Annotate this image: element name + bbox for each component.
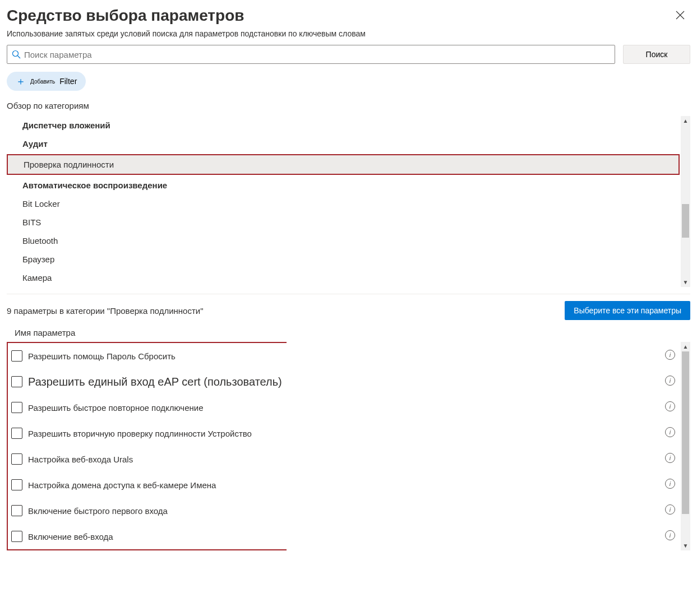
search-field-wrapper[interactable] xyxy=(7,45,615,64)
category-item[interactable]: Диспетчер вложений xyxy=(7,116,680,135)
search-button[interactable]: Поиск xyxy=(623,45,690,64)
divider xyxy=(7,294,690,294)
setting-row[interactable]: Разрешить помощь Пароль Сбросить xyxy=(8,343,287,369)
category-scrollbar[interactable]: ▲ ▼ xyxy=(681,116,690,287)
setting-row[interactable]: Настройка домена доступа к веб-камере Им… xyxy=(8,472,287,498)
browse-by-category-label: Обзор по категориям xyxy=(7,101,690,110)
info-row: i xyxy=(287,342,681,368)
setting-label: Разрешить вторичную проверку подлинности… xyxy=(28,429,283,438)
page-subtitle: Использование запятых среди условий поис… xyxy=(7,29,366,38)
page-title: Средство выбора параметров xyxy=(7,7,366,25)
category-item[interactable]: Bluetooth xyxy=(7,231,680,250)
category-item[interactable]: Аудит xyxy=(7,135,680,153)
setting-label: Включение быстрого первого входа xyxy=(28,506,283,516)
search-icon xyxy=(12,50,21,59)
info-icon[interactable]: i xyxy=(665,427,675,437)
info-icon[interactable]: i xyxy=(665,453,675,463)
scroll-down-icon[interactable]: ▼ xyxy=(681,541,690,550)
setting-row[interactable]: Разрешить единый вход eAP cert (пользова… xyxy=(8,369,287,395)
close-button[interactable] xyxy=(670,7,690,25)
scroll-down-icon[interactable]: ▼ xyxy=(681,277,690,287)
setting-label: Настройка веб-входа Urals xyxy=(28,455,283,464)
info-icon[interactable]: i xyxy=(665,504,675,515)
info-row: i xyxy=(287,419,681,445)
setting-row[interactable]: Разрешить вторичную проверку подлинности… xyxy=(8,420,287,446)
setting-row[interactable]: Разрешить быстрое повторное подключение xyxy=(8,395,287,420)
search-input[interactable] xyxy=(24,50,610,59)
info-icon[interactable]: i xyxy=(665,530,675,540)
setting-checkbox[interactable] xyxy=(11,350,22,362)
info-row: i xyxy=(287,393,681,419)
setting-checkbox[interactable] xyxy=(11,376,22,387)
category-item[interactable]: Браузер xyxy=(7,250,680,268)
info-row: i xyxy=(287,471,681,497)
add-filter-prefix: Добавить xyxy=(30,78,55,85)
add-filter-button[interactable]: ＋ Добавить Filter xyxy=(7,72,86,91)
setting-checkbox[interactable] xyxy=(11,428,22,439)
column-header-setting-name: Имя параметра xyxy=(7,328,690,342)
info-row: i xyxy=(287,445,681,471)
info-icon[interactable]: i xyxy=(665,376,675,386)
setting-row[interactable]: Включение быстрого первого входа xyxy=(8,498,287,524)
setting-checkbox[interactable] xyxy=(11,479,22,490)
scroll-up-icon[interactable]: ▲ xyxy=(681,116,690,126)
scroll-track[interactable] xyxy=(681,351,690,541)
category-list: Диспетчер вложенийАудитПроверка подлинно… xyxy=(7,116,681,287)
setting-label: Настройка домена доступа к веб-камере Им… xyxy=(28,480,283,490)
category-item[interactable]: Камера xyxy=(7,268,680,287)
info-row: i xyxy=(287,522,681,548)
svg-line-1 xyxy=(18,56,21,59)
info-row: i xyxy=(287,368,681,393)
settings-list: Разрешить помощь Пароль СброситьРазрешит… xyxy=(7,342,287,550)
setting-label: Разрешить быстрое повторное подключение xyxy=(28,403,283,413)
scroll-up-icon[interactable]: ▲ xyxy=(681,342,690,351)
info-icon[interactable]: i xyxy=(665,350,675,360)
plus-icon: ＋ xyxy=(16,76,26,86)
category-item[interactable]: BITS xyxy=(7,213,680,231)
setting-row[interactable]: Настройка веб-входа Urals xyxy=(8,446,287,472)
category-item[interactable]: Автоматическое воспроизведение xyxy=(7,176,680,194)
info-icon[interactable]: i xyxy=(665,479,675,489)
setting-checkbox[interactable] xyxy=(11,505,22,516)
setting-label: Разрешить помощь Пароль Сбросить xyxy=(28,351,283,361)
close-icon xyxy=(676,11,685,20)
setting-label: Включение веб-входа xyxy=(28,532,283,541)
svg-point-0 xyxy=(13,51,19,57)
info-icon[interactable]: i xyxy=(665,401,675,411)
info-row: i xyxy=(287,497,681,522)
results-count: 9 параметры в категории "Проверка подлин… xyxy=(7,306,204,316)
category-item[interactable]: Bit Locker xyxy=(7,194,680,213)
setting-checkbox[interactable] xyxy=(11,453,22,465)
add-filter-label: Filter xyxy=(59,77,77,86)
setting-checkbox[interactable] xyxy=(11,402,22,413)
scroll-thumb[interactable] xyxy=(682,351,689,514)
settings-scrollbar[interactable]: ▲ ▼ xyxy=(681,342,690,550)
scroll-track[interactable] xyxy=(681,126,690,277)
category-item[interactable]: Проверка подлинности xyxy=(7,154,680,175)
select-all-button[interactable]: Выберите все эти параметры xyxy=(565,301,690,320)
setting-label: Разрешить единый вход eAP cert (пользова… xyxy=(28,376,283,388)
settings-info-column: iiiiiiii xyxy=(287,342,681,550)
setting-row[interactable]: Включение веб-входа xyxy=(8,524,287,549)
setting-checkbox[interactable] xyxy=(11,531,22,542)
scroll-thumb[interactable] xyxy=(682,204,689,238)
